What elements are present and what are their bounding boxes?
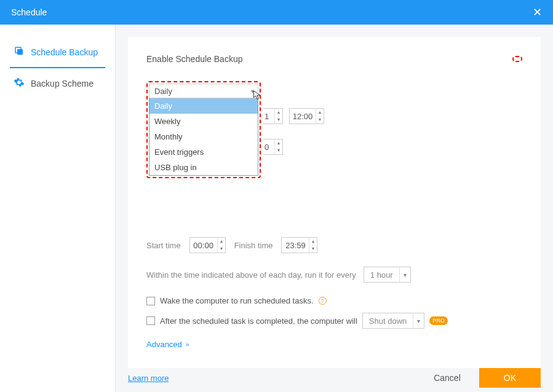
toggle-knob — [506, 61, 515, 71]
sidebar-item-schedule-backup[interactable]: Schedule Backup — [10, 37, 105, 68]
time-range-row: Start time ▴▾ Finish time ▴▾ — [146, 237, 522, 253]
callout-highlight-toggle — [512, 56, 522, 62]
hidden-spinner-2[interactable]: ▴▾ — [263, 139, 283, 155]
help-icon[interactable]: ? — [319, 297, 327, 305]
callout-highlight-dropdown: Daily ▾ Daily Weekly Monthly Event trigg… — [146, 81, 261, 178]
interval-select[interactable]: 1 hour ▾ — [364, 267, 411, 283]
cursor-icon — [253, 90, 261, 102]
chevron-down-icon[interactable]: ▾ — [275, 116, 282, 123]
ok-button[interactable]: OK — [479, 368, 541, 388]
chevron-up-icon[interactable]: ▴ — [275, 109, 282, 116]
pro-badge: PRO — [429, 316, 448, 325]
hidden-time-row-2: ▴▾ — [263, 139, 283, 155]
hidden-spinner-1b-input[interactable] — [290, 109, 316, 123]
frequency-option-usb-plug-in[interactable]: USB plug in — [149, 160, 258, 175]
frequency-area: Daily ▾ Daily Weekly Monthly Event trigg… — [146, 81, 261, 178]
interval-row: Within the time indicated above of each … — [146, 267, 522, 283]
spinner-buttons[interactable]: ▴▾ — [316, 109, 324, 123]
wake-checkbox[interactable] — [146, 297, 155, 305]
sidebar-item-label: Schedule Backup — [31, 47, 98, 57]
advanced-label: Advanced — [146, 340, 182, 349]
start-time-input[interactable] — [190, 238, 217, 253]
learn-more-link[interactable]: Learn more — [128, 374, 169, 383]
enable-label: Enable Schedule Backup — [146, 54, 242, 64]
after-label: After the scheduled task is completed, t… — [160, 316, 357, 326]
chevron-down-icon[interactable]: ▾ — [399, 267, 410, 282]
frequency-combo[interactable]: Daily ▾ — [149, 84, 258, 98]
start-time-label: Start time — [146, 241, 181, 250]
chevron-down-icon[interactable]: ▾ — [316, 116, 324, 123]
chevron-up-icon[interactable]: ▴ — [218, 238, 225, 245]
frequency-value: Daily — [154, 87, 172, 96]
schedule-panel: Enable Schedule Backup Daily ▾ — [128, 37, 541, 368]
body-wrap: Schedule Backup Backup Scheme Enable Sch… — [0, 25, 553, 392]
chevron-up-icon[interactable]: ▴ — [309, 238, 317, 245]
chevron-down-icon[interactable]: ▾ — [275, 147, 282, 154]
hidden-spinner-1a[interactable]: ▴▾ — [263, 108, 283, 124]
frequency-option-event-triggers[interactable]: Event triggers — [149, 144, 258, 160]
sidebar-item-label: Backup Scheme — [31, 79, 93, 88]
chevron-down-icon[interactable]: ▾ — [413, 313, 424, 328]
spinner-buttons[interactable]: ▴▾ — [274, 139, 282, 154]
hidden-time-row-1: ▴▾ ▴▾ — [263, 108, 324, 124]
chevron-up-icon[interactable]: ▴ — [316, 109, 324, 116]
after-row: After the scheduled task is completed, t… — [146, 313, 522, 329]
after-checkbox[interactable] — [146, 316, 155, 325]
close-icon[interactable]: ✕ — [529, 3, 546, 22]
sidebar: Schedule Backup Backup Scheme — [0, 25, 116, 392]
chevron-up-icon[interactable]: ▴ — [275, 139, 282, 147]
gear-icon — [14, 77, 25, 90]
sidebar-item-backup-scheme[interactable]: Backup Scheme — [0, 68, 115, 98]
wake-label: Wake the computer to run scheduled tasks… — [160, 296, 314, 305]
window-title: Schedule — [11, 7, 47, 17]
spinner-buttons[interactable]: ▴▾ — [217, 238, 225, 253]
finish-time-input[interactable] — [282, 238, 309, 253]
finish-time-spinner[interactable]: ▴▾ — [281, 237, 317, 253]
chevron-down-icon[interactable]: ▾ — [218, 245, 225, 253]
titlebar: Schedule ✕ — [0, 0, 553, 25]
copy-icon — [14, 45, 25, 58]
interval-label: Within the time indicated above of each … — [146, 270, 356, 280]
hidden-spinner-1b[interactable]: ▴▾ — [289, 108, 324, 124]
frequency-option-weekly[interactable]: Weekly — [149, 114, 258, 129]
footer-buttons: Cancel OK — [425, 368, 541, 388]
advanced-toggle[interactable]: Advanced » — [146, 340, 189, 349]
finish-time-label: Finish time — [234, 241, 273, 250]
spinner-buttons[interactable]: ▴▾ — [309, 238, 317, 253]
hidden-spinner-2-input[interactable] — [263, 139, 274, 154]
chevron-down-icon[interactable]: ▾ — [309, 245, 317, 253]
wake-row: Wake the computer to run scheduled tasks… — [146, 296, 522, 305]
interval-value: 1 hour — [364, 270, 399, 280]
cancel-button[interactable]: Cancel — [425, 368, 469, 388]
hidden-spinner-1a-input[interactable] — [263, 109, 274, 123]
double-chevron-down-icon: » — [186, 341, 189, 348]
footer: Learn more Cancel OK — [128, 368, 541, 388]
frequency-option-monthly[interactable]: Monthly — [149, 129, 258, 144]
frequency-dropdown-list: Daily Weekly Monthly Event triggers USB … — [149, 98, 258, 176]
svg-rect-1 — [17, 49, 23, 55]
after-select[interactable]: Shut down ▾ — [362, 313, 424, 329]
after-value: Shut down — [363, 316, 413, 326]
content-area: Enable Schedule Backup Daily ▾ — [116, 25, 553, 392]
frequency-option-daily[interactable]: Daily — [149, 98, 258, 114]
start-time-spinner[interactable]: ▴▾ — [189, 237, 226, 253]
spinner-buttons[interactable]: ▴▾ — [274, 109, 282, 123]
enable-row: Enable Schedule Backup — [146, 54, 522, 64]
